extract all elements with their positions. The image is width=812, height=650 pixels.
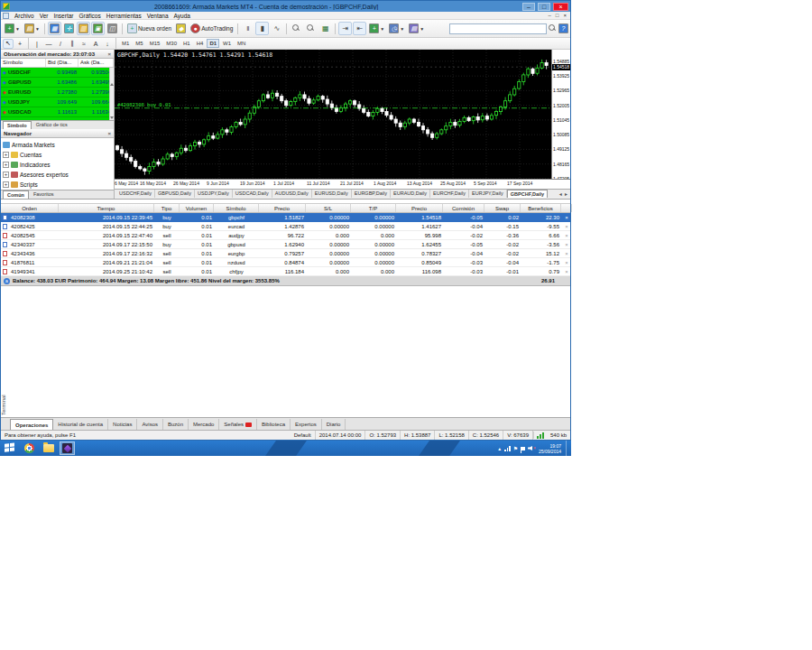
- terminal-tab-avisos[interactable]: Avisos: [137, 419, 163, 430]
- order-row[interactable]: 423403372014.09.17 22:15:50buy0.01gbpusd…: [1, 240, 570, 249]
- minimize-button[interactable]: –: [522, 3, 535, 11]
- status-profile[interactable]: Default: [291, 431, 316, 440]
- menu-item-herramientas[interactable]: Herramientas: [104, 13, 144, 19]
- menu-item-archivo[interactable]: Archivo: [12, 13, 37, 19]
- menu-item-gráficos[interactable]: Gráficos: [77, 13, 104, 19]
- timeframe-button-h1[interactable]: H1: [180, 39, 193, 48]
- profiles-button[interactable]: ▤▼: [23, 22, 42, 35]
- timeframe-button-d1[interactable]: D1: [207, 39, 219, 48]
- order-row[interactable]: 420824252014.09.15 22:44:25buy0.01eurcad…: [1, 222, 570, 231]
- search-icon[interactable]: [549, 24, 557, 32]
- new-chart-button[interactable]: +▼: [3, 22, 22, 35]
- file-explorer-icon[interactable]: [41, 441, 56, 455]
- order-row[interactable]: 420825452014.09.15 22:47:40sell0.01audjp…: [1, 231, 570, 240]
- menu-item-ventana[interactable]: Ventana: [144, 13, 171, 19]
- price-axis[interactable]: 1.548851.539251.529651.520051.510451.500…: [551, 50, 570, 179]
- col-bid[interactable]: Bid (Dia...: [46, 59, 78, 67]
- mdi-close-button[interactable]: ×: [561, 13, 568, 18]
- expand-icon[interactable]: +: [3, 172, 9, 178]
- orders-col-beneficios[interactable]: Beneficios: [521, 204, 561, 212]
- market-watch-row[interactable]: ◆USDCHF0.934980.93504: [1, 68, 114, 78]
- menu-item-ver[interactable]: Ver: [37, 13, 51, 19]
- orders-col-volumen[interactable]: Volumen: [180, 204, 214, 212]
- cursor-tool[interactable]: ↖: [3, 39, 14, 49]
- help-grid-icon[interactable]: ?: [558, 23, 568, 33]
- menu-item-insertar[interactable]: Insertar: [51, 13, 76, 19]
- order-row[interactable]: 420823082014.09.15 22:39:45buy0.01gbpchf…: [1, 213, 570, 222]
- mt4-taskbar-icon[interactable]: [60, 441, 75, 455]
- line-chart-button[interactable]: ∿: [270, 22, 283, 35]
- orders-col-tiempo[interactable]: Tiempo: [59, 204, 154, 212]
- panel-close-icon[interactable]: ×: [107, 131, 111, 136]
- col-ask[interactable]: Ask (Da...: [78, 59, 114, 67]
- order-row[interactable]: 419493412014.09.25 21:10:42sell0.01chfjp…: [1, 267, 570, 276]
- trendline-tool-icon[interactable]: /: [55, 39, 66, 49]
- metaeditor-button[interactable]: ◆: [174, 22, 188, 35]
- orders-col-s-mbolo[interactable]: Símbolo: [214, 204, 259, 212]
- expand-icon[interactable]: +: [3, 152, 9, 158]
- timeframe-button-m30[interactable]: M30: [163, 39, 180, 48]
- chart-tab-usdchf-daily[interactable]: USDCHF,Daily: [116, 190, 155, 198]
- show-desktop-button[interactable]: [566, 441, 568, 456]
- orders-col-precio[interactable]: Precio: [396, 204, 443, 212]
- flag-icon[interactable]: [521, 447, 525, 450]
- time-axis[interactable]: 6 May 201416 May 201426 May 20149 Jun 20…: [115, 179, 570, 189]
- navigator-item-indicadores[interactable]: +Indicadores: [3, 160, 114, 170]
- orders-col-orden[interactable]: Orden: [1, 204, 59, 212]
- col-symbol[interactable]: Símbolo: [1, 59, 46, 67]
- scroll-up-icon[interactable]: [110, 68, 114, 86]
- chart-tab-eurjpy-daily[interactable]: EURJPY,Daily: [469, 190, 507, 198]
- taskbar-clock[interactable]: 19:07 25/09/2014: [539, 443, 563, 454]
- chart-shift-button[interactable]: ⇤: [353, 22, 366, 35]
- close-order-icon[interactable]: ×: [561, 213, 572, 222]
- scroll-down-icon[interactable]: [110, 116, 114, 119]
- close-order-icon[interactable]: ×: [561, 249, 572, 258]
- order-row[interactable]: 423434362014.09.17 22:16:32sell0.01eurgb…: [1, 249, 570, 258]
- navigator-item-scripts[interactable]: +Scripts: [3, 180, 114, 190]
- network-icon[interactable]: [504, 445, 511, 451]
- terminal-tab-noticias[interactable]: Noticias: [108, 419, 137, 430]
- mdi-restore-button[interactable]: □: [554, 13, 561, 18]
- horizontal-line-tool-icon[interactable]: —: [43, 39, 54, 49]
- action-center-icon[interactable]: ⚑: [513, 446, 518, 451]
- data-window-toggle[interactable]: ✛: [62, 22, 76, 35]
- timeframe-button-w1[interactable]: W1: [220, 39, 234, 48]
- orders-col-precio[interactable]: Precio: [259, 204, 306, 212]
- templates-button[interactable]: ▤▼: [407, 22, 426, 35]
- navigator-item-cuentas[interactable]: +Cuentas: [3, 150, 114, 160]
- start-button[interactable]: [3, 441, 18, 455]
- indicators-button[interactable]: +▼: [367, 22, 386, 35]
- chart-tab-eurgbp-daily[interactable]: EURGBP,Daily: [352, 190, 391, 198]
- orders-col-swap[interactable]: Swap: [484, 204, 521, 212]
- navigator-item-asesores-expertos[interactable]: +Asesores expertos: [3, 170, 114, 180]
- chrome-icon[interactable]: [22, 441, 37, 455]
- market-watch-toggle[interactable]: ▦: [48, 22, 61, 35]
- market-watch-tab-gr-fico-de-tics[interactable]: Gráfico de tics: [32, 121, 71, 129]
- menu-item-ayuda[interactable]: Ayuda: [171, 13, 193, 19]
- text-tool-icon[interactable]: A: [90, 39, 101, 49]
- timeframe-button-m15[interactable]: M15: [147, 39, 163, 48]
- terminal-tab-historial-de-cuenta[interactable]: Historial de cuenta: [53, 419, 108, 430]
- zoom-out-button[interactable]: [304, 22, 318, 35]
- channel-tool-icon[interactable]: ∥: [67, 39, 78, 49]
- tile-windows-button[interactable]: ▦: [318, 22, 332, 35]
- speaker-icon[interactable]: [528, 446, 532, 450]
- new-order-button[interactable]: +Nueva orden: [125, 22, 173, 35]
- bar-chart-button[interactable]: ‖: [241, 22, 254, 35]
- close-order-icon[interactable]: ×: [561, 267, 572, 276]
- orders-col-tipo[interactable]: Tipo: [154, 204, 180, 212]
- terminal-tab-biblioteca[interactable]: Biblioteca: [257, 419, 291, 430]
- chart-tab-eurusd-daily[interactable]: EURUSD,Daily: [312, 190, 352, 198]
- terminal-tab-mercado[interactable]: Mercado: [189, 419, 219, 430]
- terminal-tab-buz-n[interactable]: Buzón: [163, 419, 189, 430]
- expand-icon[interactable]: +: [3, 181, 9, 188]
- timeframe-button-m1[interactable]: M1: [119, 39, 132, 48]
- vertical-line-tool-icon[interactable]: |: [32, 39, 42, 49]
- terminal-tab-se-ales[interactable]: Señales: [219, 419, 257, 430]
- close-order-icon[interactable]: ×: [561, 258, 572, 267]
- autotrading-button[interactable]: ●AutoTrading: [189, 22, 235, 35]
- chart-plot[interactable]: #42082308 buy 0.01GBPCHF,Daily 1.54420 1…: [115, 50, 551, 179]
- chart-tab-scroll-arrows[interactable]: ◄ ►: [558, 191, 568, 197]
- crosshair-tool[interactable]: +: [14, 39, 25, 49]
- terminal-tab-operaciones[interactable]: Operaciones: [10, 419, 53, 430]
